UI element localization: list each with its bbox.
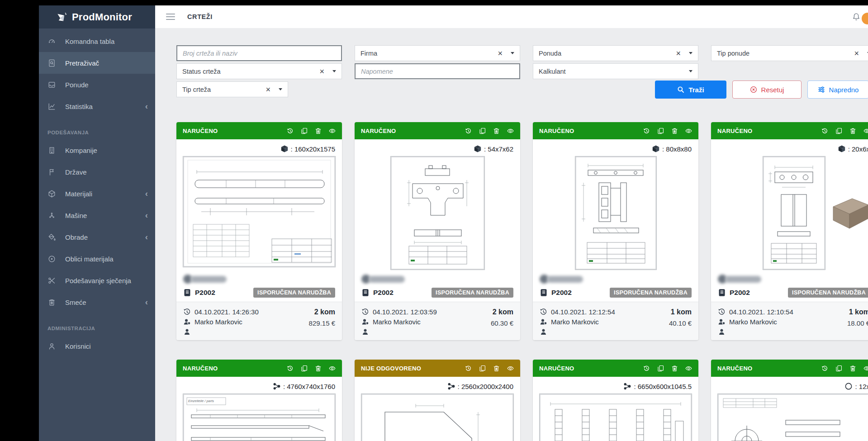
clear-icon[interactable]: × — [853, 49, 860, 57]
preview-eye-icon[interactable] — [685, 365, 692, 372]
firma-select[interactable]: Firma × — [355, 45, 520, 61]
person-icon — [183, 328, 191, 336]
sidebar-item-kompanije[interactable]: Kompanije — [39, 139, 155, 161]
3d-model-preview — [827, 196, 868, 229]
3d-box-render — [827, 196, 868, 229]
history-icon[interactable] — [643, 365, 650, 372]
sidebar-item-obrade[interactable]: Obrade ‹ — [39, 226, 155, 248]
copy-icon[interactable] — [657, 128, 664, 134]
chevron-down-icon[interactable] — [511, 52, 514, 54]
offer-code: P2002 — [540, 289, 572, 297]
advanced-button[interactable]: Napredno — [807, 81, 868, 99]
copy-icon[interactable] — [479, 128, 486, 134]
delete-icon[interactable] — [849, 365, 856, 372]
sidebar: ProdMonitor Komandna tabla Pretraživač P… — [39, 5, 155, 441]
sidebar-item-materijali[interactable]: Materijali ‹ — [39, 183, 155, 204]
tip-ponude-select[interactable]: Tip ponude × — [711, 45, 868, 61]
sidebar-item-komandna-tabla[interactable]: Komandna tabla — [39, 30, 155, 52]
clear-icon[interactable]: × — [318, 67, 325, 76]
history-icon[interactable] — [287, 365, 294, 372]
reset-button[interactable]: Resetuj — [732, 81, 802, 99]
clear-icon[interactable]: × — [497, 49, 503, 57]
copy-icon[interactable] — [479, 365, 486, 372]
search-button[interactable]: Traži — [655, 81, 726, 99]
clear-icon[interactable]: × — [675, 49, 682, 57]
history-icon[interactable] — [287, 128, 294, 134]
sidebar-item-pretrazivac[interactable]: Pretraživač — [39, 52, 155, 74]
drawing-preview[interactable] — [355, 156, 520, 270]
drawing-preview[interactable] — [533, 394, 698, 441]
offer-row: P2002 ISPORUČENA NARUDŽBA — [176, 285, 342, 298]
drawing-preview[interactable] — [533, 156, 698, 270]
delete-icon[interactable] — [671, 128, 678, 134]
history-icon[interactable] — [821, 365, 828, 372]
drawing-card: NIJE ODGOVORENO : 2560x2000x2400 — [355, 360, 520, 441]
sidebar-item-ponude[interactable]: Ponude — [39, 74, 155, 95]
preview-eye-icon[interactable] — [685, 128, 692, 134]
history-icon[interactable] — [465, 128, 472, 134]
chevron-down-icon[interactable] — [279, 88, 282, 90]
offer-code-label: P2002 — [373, 289, 394, 297]
sidebar-item-podesavanje-sjecenja[interactable]: Podešavanje sječenja — [39, 270, 155, 291]
sidebar-item-smece[interactable]: Smeće ‹ — [39, 291, 155, 313]
status-crteza-select[interactable]: Status crteža × — [176, 63, 342, 79]
copy-icon[interactable] — [835, 365, 842, 372]
avatar[interactable] — [862, 13, 868, 24]
history-icon[interactable] — [821, 128, 828, 134]
delete-icon[interactable] — [315, 128, 322, 134]
delete-icon[interactable] — [493, 365, 500, 372]
preview-eye-icon[interactable] — [507, 128, 514, 134]
dimensions-value: : 54x7x62 — [484, 145, 513, 153]
copy-icon[interactable] — [657, 365, 664, 372]
drawing-preview[interactable] — [711, 156, 868, 270]
chevron-left-icon[interactable]: ‹ — [145, 298, 148, 306]
card-status-header: NIJE ODGOVORENO — [355, 360, 520, 377]
dimension-type-icon — [652, 145, 660, 153]
menu-toggle-icon[interactable] — [166, 14, 175, 20]
preview-eye-icon[interactable] — [329, 128, 336, 134]
delete-icon[interactable] — [849, 128, 856, 134]
notifications-bell-icon[interactable] — [852, 12, 861, 21]
drawing-preview[interactable] — [355, 394, 520, 441]
delete-icon[interactable] — [315, 365, 322, 372]
napomene-input[interactable] — [360, 67, 515, 76]
sidebar-item-statistika[interactable]: Statistika ‹ — [39, 95, 155, 117]
tip-crteza-select[interactable]: Tip crteža × — [176, 81, 288, 97]
history-icon[interactable] — [465, 365, 472, 372]
material-dimensions: : 20x6x — [711, 139, 868, 154]
card-actions — [465, 128, 514, 134]
drawing-preview[interactable] — [711, 394, 868, 441]
preview-eye-icon[interactable] — [329, 365, 336, 372]
delete-icon[interactable] — [493, 128, 500, 134]
preview-eye-icon[interactable] — [863, 128, 868, 134]
chevron-left-icon[interactable]: ‹ — [145, 189, 148, 198]
clear-icon[interactable]: × — [265, 85, 271, 94]
sidebar-item-korisnici[interactable]: Korisnici — [39, 335, 155, 357]
preview-eye-icon[interactable] — [507, 365, 514, 372]
chevron-left-icon[interactable]: ‹ — [145, 232, 148, 241]
sidebar-item-masine[interactable]: Mašine ‹ — [39, 204, 155, 226]
sidebar-item-drzave[interactable]: Države — [39, 161, 155, 183]
copy-icon[interactable] — [835, 128, 842, 134]
card-status-label: NARUČENO — [539, 128, 574, 134]
chevron-down-icon[interactable] — [689, 70, 693, 72]
chevron-left-icon[interactable]: ‹ — [145, 211, 148, 219]
chevron-down-icon[interactable] — [332, 70, 336, 72]
history-icon[interactable] — [643, 128, 650, 134]
ponuda-select[interactable]: Ponuda × — [533, 45, 698, 61]
advanced-button-label: Napredno — [829, 86, 859, 94]
kalkulant-select[interactable]: Kalkulant — [533, 63, 698, 79]
copy-icon[interactable] — [301, 365, 308, 372]
preview-eye-icon[interactable] — [863, 365, 868, 372]
drawing-number-input[interactable] — [182, 49, 337, 57]
drawing-preview[interactable] — [176, 156, 342, 270]
card-footer-values: 1 kom 18.00 € — [847, 307, 868, 337]
drawing-preview[interactable]: Einzelteile / parts — [176, 394, 342, 441]
chevron-down-icon[interactable] — [689, 52, 693, 54]
drawing-thumbnail — [717, 394, 868, 441]
copy-icon[interactable] — [301, 128, 308, 134]
sidebar-item-oblici-materijala[interactable]: Oblici materijala — [39, 248, 155, 270]
chevron-left-icon[interactable]: ‹ — [145, 102, 148, 110]
material-dimensions: : 54x7x62 — [355, 139, 520, 154]
delete-icon[interactable] — [671, 365, 678, 372]
